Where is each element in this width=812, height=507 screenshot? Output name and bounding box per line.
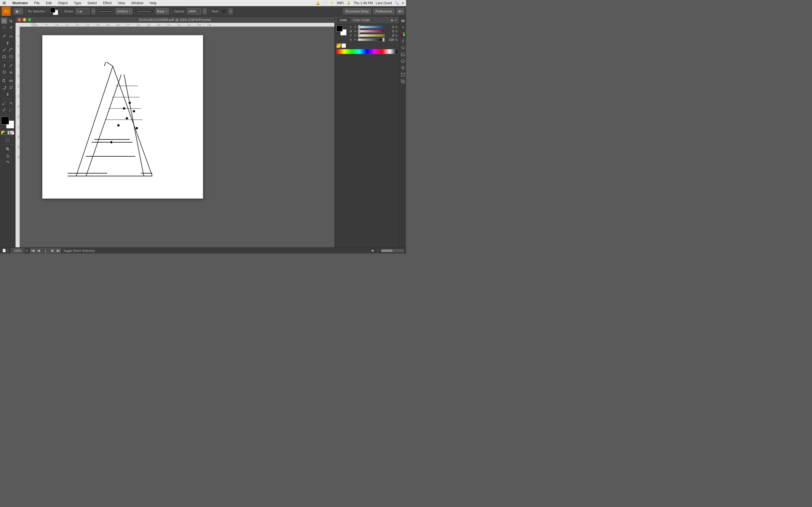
page-input[interactable]	[42, 248, 50, 253]
pencil-tool[interactable]	[8, 62, 14, 68]
c-slider-track[interactable]	[358, 25, 385, 29]
effect-menu[interactable]: Effect	[102, 1, 112, 5]
stroke-weight-input[interactable]	[75, 8, 90, 14]
panel-expand-icon[interactable]: ▶	[391, 18, 394, 22]
preferences-button[interactable]: Preferences	[373, 8, 395, 14]
width-tool[interactable]	[1, 91, 14, 98]
rotate-tool[interactable]	[1, 78, 7, 84]
canvas-scroll-area[interactable]	[20, 27, 335, 247]
window-close-button[interactable]	[18, 18, 21, 21]
ellipse-tool[interactable]	[8, 54, 14, 60]
appearance-icon[interactable]	[400, 58, 406, 64]
transform-icon[interactable]	[400, 72, 406, 77]
workspace-icon-button[interactable]: ⊞▼	[396, 8, 404, 14]
object-menu[interactable]: Object	[57, 1, 69, 5]
pathfinder-icon[interactable]	[400, 78, 406, 84]
next-page-button[interactable]: ▶	[50, 248, 55, 253]
shaper-tool[interactable]	[1, 69, 7, 75]
style-box[interactable]	[221, 9, 227, 14]
links-icon[interactable]	[400, 24, 406, 30]
magic-wand-tool[interactable]	[8, 24, 14, 31]
opacity-input[interactable]	[187, 8, 201, 14]
eraser-tool[interactable]	[8, 69, 14, 75]
curvature-tool[interactable]	[8, 33, 14, 40]
line-style-dropdown[interactable]: Basic ▼	[156, 8, 169, 14]
control-center-icon[interactable]: ≡	[402, 1, 404, 5]
type-tool[interactable]: T	[1, 40, 14, 46]
slice-tool[interactable]	[8, 100, 14, 106]
line-segment-tool[interactable]	[1, 47, 7, 53]
spectrum-swatch[interactable]	[336, 43, 341, 48]
type-menu[interactable]: Type	[73, 1, 82, 5]
rotate-view-tool[interactable]	[1, 159, 14, 166]
workspace-switcher[interactable]: ▦▼	[13, 8, 23, 14]
first-page-button[interactable]: |◀	[31, 248, 36, 253]
bluetooth-icon[interactable]: ⚡	[330, 1, 334, 5]
status-icon-1[interactable]: 📄	[2, 249, 6, 252]
hand-tool[interactable]	[1, 153, 14, 159]
gradient-swatch[interactable]	[6, 131, 10, 135]
scale-tool[interactable]	[1, 84, 7, 91]
paintbrush-tool[interactable]	[1, 62, 7, 68]
reflect-tool[interactable]	[8, 78, 14, 84]
shear-tool[interactable]	[8, 84, 14, 91]
file-menu[interactable]: File	[33, 1, 41, 5]
symbols-icon[interactable]: S	[400, 45, 406, 50]
help-menu[interactable]: Help	[148, 1, 158, 5]
search-icon[interactable]: 🔍	[395, 1, 399, 5]
color-spectrum-bar[interactable]	[336, 49, 398, 54]
user-name[interactable]: Lara Grant	[376, 1, 392, 5]
artboard-tool[interactable]	[1, 137, 14, 144]
foreground-color-box[interactable]	[1, 117, 9, 124]
graphic-styles-icon[interactable]: fx	[400, 52, 406, 57]
color-mode-swatch[interactable]	[1, 131, 5, 135]
selection-tool[interactable]	[1, 18, 7, 24]
zoom-input[interactable]	[11, 248, 24, 253]
app-name-menu[interactable]: Illustrator	[11, 1, 29, 5]
prev-page-button[interactable]: ◀	[36, 248, 41, 253]
opacity-stepper[interactable]: ▼	[203, 8, 207, 14]
eyedropper-tool[interactable]	[1, 107, 7, 113]
last-page-button[interactable]: ▶|	[56, 248, 61, 253]
color-guide-tab[interactable]: Color Guide	[350, 17, 373, 22]
y-slider-track[interactable]	[358, 34, 385, 37]
rectangle-tool[interactable]	[1, 54, 7, 60]
fill-stroke-indicator[interactable]	[50, 8, 58, 15]
clock-icon[interactable]: 🕐	[323, 1, 327, 5]
blend-tool[interactable]	[1, 100, 7, 106]
status-icon-2[interactable]: ⤴	[7, 249, 9, 252]
m-slider-track[interactable]	[358, 30, 385, 33]
stroke-weight-stepper[interactable]: ▼	[91, 8, 95, 14]
lasso-tool[interactable]	[1, 24, 7, 31]
direct-selection-tool[interactable]	[8, 18, 14, 24]
k-slider-track[interactable]	[358, 38, 385, 41]
edit-menu[interactable]: Edit	[45, 1, 53, 5]
color-panel-header[interactable]: Color Color Guide ▶ ✕	[335, 17, 399, 24]
panel-close-icon[interactable]: ✕	[395, 18, 397, 22]
status-play-button[interactable]: ▶	[372, 249, 374, 252]
color-tab[interactable]: Color	[337, 17, 350, 22]
swatches-icon[interactable]	[400, 31, 406, 37]
style-stepper[interactable]: ▼	[229, 8, 233, 14]
document-setup-button[interactable]: Document Setup	[343, 8, 371, 14]
brushes-icon[interactable]	[400, 38, 406, 44]
zoom-arrow[interactable]: ▼	[26, 249, 28, 252]
none-swatch[interactable]	[10, 131, 14, 135]
window-menu[interactable]: Window	[130, 1, 145, 5]
window-minimize-button[interactable]	[23, 18, 26, 21]
select-menu[interactable]: Select	[86, 1, 98, 5]
layers-icon[interactable]	[400, 18, 406, 23]
stroke-type-dropdown[interactable]: Uniform ▼	[116, 8, 132, 14]
measure-tool[interactable]	[8, 107, 14, 113]
white-swatch[interactable]	[342, 43, 346, 48]
battery-icon[interactable]: 🔋	[347, 1, 351, 5]
zoom-tool[interactable]	[1, 146, 14, 152]
apple-menu[interactable]: ⌘	[2, 1, 6, 5]
arc-tool[interactable]	[8, 47, 14, 53]
pen-tool[interactable]	[1, 33, 7, 40]
view-menu[interactable]: View	[117, 1, 126, 5]
notification-icon[interactable]: 🔔	[316, 1, 320, 5]
align-icon[interactable]	[400, 65, 406, 71]
window-maximize-button[interactable]	[28, 18, 31, 21]
wifi-icon[interactable]: WiFi	[337, 1, 344, 5]
